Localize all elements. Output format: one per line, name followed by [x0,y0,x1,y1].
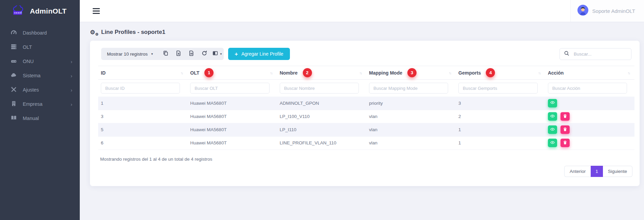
delete-button[interactable] [560,139,570,147]
trash-icon [563,140,567,145]
copy-icon [163,50,169,58]
sidebar-item-dashboard[interactable]: Dashboard [0,26,80,40]
sidebar: AdminOLT Dashboard OLT ONU › [0,0,80,220]
pagination-prev-button[interactable]: Anterior [564,166,591,177]
annotation-badge-1: 1 [204,68,214,77]
delete-button[interactable] [560,125,570,134]
cell-nombre: ADMINOLT_GPON [277,97,366,110]
delete-button[interactable] [560,112,570,121]
sort-icon[interactable]: ↑↓ [449,71,453,75]
export-excel-button[interactable] [172,48,185,60]
table-header-row: ID ↑↓ OLT 1 ↑↓ Nombre 2 ↑↓ [98,66,634,80]
pagination-page-1[interactable]: 1 [591,166,603,177]
app-screen: AdminOLT Dashboard OLT ONU › [0,0,644,220]
cell-actions [545,123,634,136]
annotation-badge-4: 4 [486,68,495,77]
filter-mapping-mode-input[interactable] [369,83,448,94]
column-visibility-button[interactable]: ▼ [211,48,224,60]
sidebar-item-label: Manual [23,116,39,121]
annotation-badge-3: 3 [407,68,417,77]
view-button[interactable] [548,99,557,107]
cell-mapping-mode: vlan [366,110,456,123]
column-header-accion[interactable]: Acción ↑↓ [545,66,634,80]
cell-mapping-mode: priority [366,97,456,110]
sort-icon[interactable]: ↑↓ [538,71,542,75]
show-entries-dropdown[interactable]: Mostrar 10 registros ▼ [101,48,159,60]
page-title-text: Line Profiles - soporte1 [101,29,165,36]
sidebar-item-empresa[interactable]: Empresa › [0,97,80,111]
line-profiles-table: ID ↑↓ OLT 1 ↑↓ Nombre 2 ↑↓ [98,66,634,150]
sidebar-item-onu[interactable]: ONU › [0,54,80,68]
file-text-icon [188,50,195,58]
column-header-gemports[interactable]: Gemports 4 ↑↓ [456,66,545,80]
pagination: Anterior 1 Siguiente [564,166,632,177]
cell-id: 3 [98,110,187,123]
main-area: Soporte AdminOLT ⚙⚙ Line Profiles - sopo… [80,0,644,220]
sort-icon[interactable]: ↑↓ [181,71,185,75]
records-info: Mostrando registros del 1 al 4 de un tot… [100,157,632,162]
sidebar-item-ajustes[interactable]: Ajustes › [0,83,80,97]
chevron-right-icon: › [71,59,72,64]
dashboard-icon [11,29,17,37]
sidebar-item-label: Empresa [23,101,42,107]
cell-gemports: 1 [456,136,545,149]
chevron-right-icon: › [71,102,72,107]
caret-down-icon: ▼ [220,53,222,56]
cell-id: 1 [98,97,187,110]
copy-button[interactable] [159,48,172,60]
cell-actions [545,136,634,149]
column-header-id[interactable]: ID ↑↓ [98,66,187,80]
filter-accion-input[interactable] [548,83,627,94]
refresh-button[interactable] [198,48,211,60]
sidebar-menu: Dashboard OLT ONU › Sistema › [0,26,80,125]
add-line-profile-button[interactable]: + Agregar Line Profile [228,48,290,60]
page-content: ⚙⚙ Line Profiles - soporte1 Mostrar 10 r… [80,22,644,220]
cell-nombre: LP_I100_V110 [277,110,366,123]
top-header: Soporte AdminOLT [80,0,644,22]
sidebar-item-manual[interactable]: Manual [0,111,80,125]
table-row: 3 Huawei MA5680T LP_I100_V110 vlan 2 [98,110,634,123]
sidebar-item-sistema[interactable]: Sistema › [0,68,80,83]
sidebar-item-olt[interactable]: OLT [0,40,80,54]
export-file-button[interactable] [185,48,198,60]
sidebar-item-label: OLT [23,44,32,50]
eye-icon [550,100,555,106]
eye-icon [550,127,555,133]
sort-icon[interactable]: ↑↓ [359,71,364,75]
column-header-mapping-mode[interactable]: Mapping Mode 3 ↑↓ [366,66,456,80]
trash-icon [563,127,567,132]
cloud-icon [11,72,17,79]
brand-logo[interactable]: AdminOLT [0,0,80,22]
book-icon [11,115,17,122]
hamburger-menu-icon[interactable] [93,8,100,14]
view-button[interactable] [548,125,557,134]
cell-actions [545,110,634,123]
sidebar-item-label: Sistema [23,73,40,78]
filter-olt-input[interactable] [190,83,269,94]
filter-id-input[interactable] [101,83,180,94]
search-input[interactable] [573,51,627,57]
chevron-right-icon: › [71,73,72,78]
column-header-olt[interactable]: OLT 1 ↑↓ [187,66,277,80]
sort-icon[interactable]: ↑↓ [628,71,632,75]
column-header-nombre[interactable]: Nombre 2 ↑↓ [277,66,366,80]
cell-gemports: 3 [456,97,545,110]
trash-icon [563,114,567,119]
sort-icon[interactable]: ↑↓ [270,71,274,75]
user-menu[interactable]: Soporte AdminOLT [570,0,644,22]
cell-olt: Huawei MA5680T [187,97,277,110]
cell-id: 5 [98,123,187,136]
cell-mapping-mode: vlan [366,123,456,136]
caret-down-icon: ▼ [151,53,153,56]
user-avatar [577,5,588,17]
pagination-next-button[interactable]: Siguiente [603,166,632,177]
filter-gemports-input[interactable] [458,83,537,94]
user-name: Soporte AdminOLT [592,8,635,14]
filter-nombre-input[interactable] [280,83,359,94]
table-toolbar-group: Mostrar 10 registros ▼ [101,48,224,60]
columns-icon [212,50,218,58]
cell-olt: Huawei MA5680T [187,110,277,123]
view-button[interactable] [548,139,557,147]
view-button[interactable] [548,112,557,121]
search-icon [564,51,569,57]
